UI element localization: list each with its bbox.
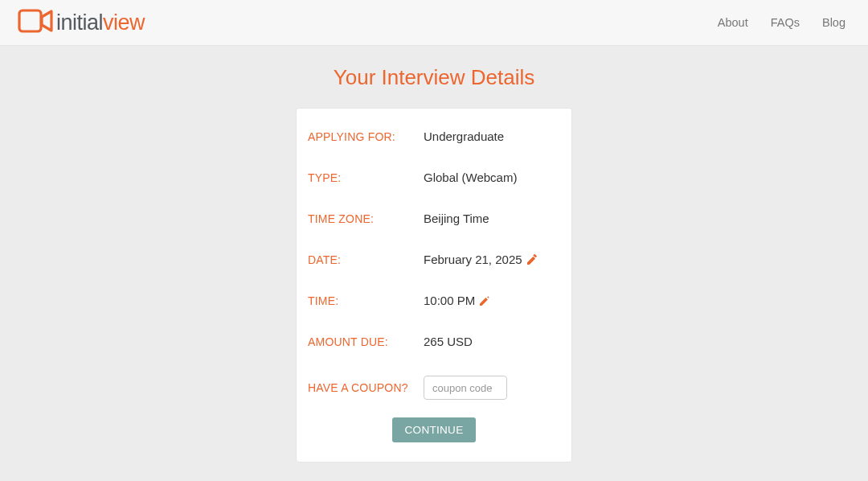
edit-time-icon[interactable] bbox=[478, 294, 491, 307]
interview-details-card: APPLYING FOR: Undergraduate TYPE: Global… bbox=[296, 108, 572, 462]
row-applying-for: APPLYING FOR: Undergraduate bbox=[308, 130, 560, 143]
edit-date-icon[interactable] bbox=[526, 253, 538, 266]
page-body: Your Interview Details APPLYING FOR: Und… bbox=[0, 46, 868, 462]
label-coupon: HAVE A COUPON? bbox=[308, 381, 424, 394]
row-type: TYPE: Global (Webcam) bbox=[308, 171, 560, 184]
row-time: TIME: 10:00 PM bbox=[308, 294, 560, 307]
value-type: Global (Webcam) bbox=[424, 171, 517, 184]
continue-button[interactable]: CONTINUE bbox=[392, 417, 477, 442]
card-actions: CONTINUE bbox=[308, 417, 560, 442]
brand-name: initialview bbox=[56, 10, 145, 35]
brand-logo[interactable]: initialview bbox=[18, 9, 145, 36]
label-time-zone: TIME ZONE: bbox=[308, 212, 424, 225]
row-time-zone: TIME ZONE: Beijing Time bbox=[308, 212, 560, 225]
label-date: DATE: bbox=[308, 253, 424, 266]
time-text: 10:00 PM bbox=[424, 294, 475, 307]
coupon-input[interactable] bbox=[424, 376, 507, 400]
header-nav: About FAQs Blog bbox=[718, 16, 845, 29]
label-time: TIME: bbox=[308, 294, 424, 307]
value-time: 10:00 PM bbox=[424, 294, 491, 307]
label-applying-for: APPLYING FOR: bbox=[308, 130, 424, 143]
label-amount-due: AMOUNT DUE: bbox=[308, 335, 424, 348]
nav-blog[interactable]: Blog bbox=[822, 16, 845, 29]
value-date: February 21, 2025 bbox=[424, 253, 538, 266]
page-title: Your Interview Details bbox=[0, 65, 868, 90]
value-applying-for: Undergraduate bbox=[424, 130, 504, 143]
nav-faqs[interactable]: FAQs bbox=[771, 16, 800, 29]
top-nav: initialview About FAQs Blog bbox=[0, 0, 868, 46]
row-amount-due: AMOUNT DUE: 265 USD bbox=[308, 335, 560, 348]
date-text: February 21, 2025 bbox=[424, 253, 522, 266]
label-type: TYPE: bbox=[308, 171, 424, 184]
row-date: DATE: February 21, 2025 bbox=[308, 253, 560, 266]
camera-icon bbox=[18, 9, 53, 36]
value-time-zone: Beijing Time bbox=[424, 212, 489, 225]
svg-rect-0 bbox=[19, 10, 41, 31]
nav-about[interactable]: About bbox=[718, 16, 748, 29]
value-amount-due: 265 USD bbox=[424, 335, 473, 348]
row-coupon: HAVE A COUPON? bbox=[308, 376, 560, 400]
